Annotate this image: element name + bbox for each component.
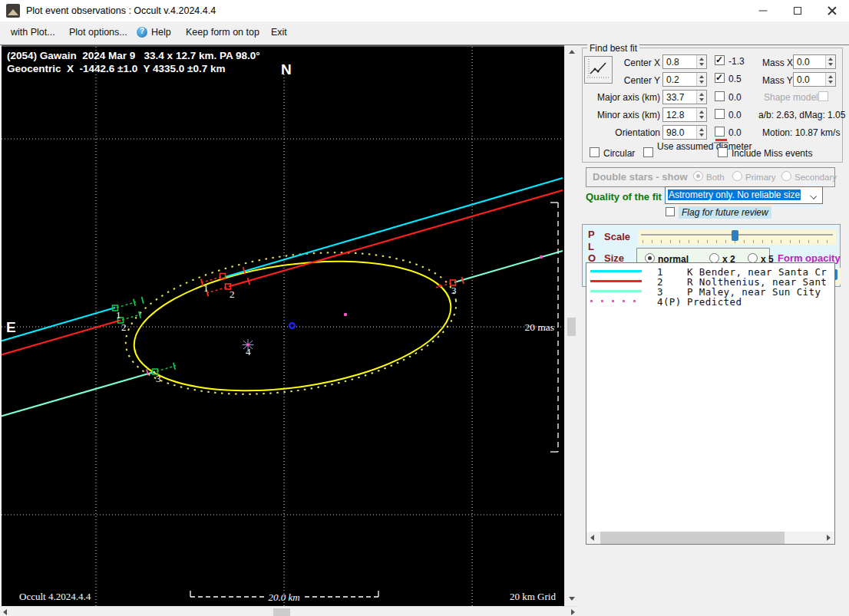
major-axis-label: Major axis (km) xyxy=(595,92,660,103)
minor-axis-label: Minor axis (km) xyxy=(595,110,660,120)
observer-list-scrollbar[interactable] xyxy=(586,532,834,544)
include-miss-checkbox[interactable] xyxy=(718,147,728,157)
use-assumed-label: Use assumed diameter xyxy=(657,142,706,152)
find-best-fit-label: Find best fit xyxy=(587,43,639,54)
shape-model-label: Shape model xyxy=(764,92,818,103)
list-item[interactable]: 2 R Nolthenius, near Sant xyxy=(586,276,834,286)
orientation-err-checkbox[interactable] xyxy=(715,127,725,137)
observer-name: Predicted xyxy=(687,296,742,308)
include-miss-label: Include Miss events xyxy=(732,148,812,159)
legend-scroll-thumb[interactable] xyxy=(600,532,785,544)
close-icon xyxy=(828,6,837,15)
ab-dmag-label: a/b: 2.63, dMag: 1.05 xyxy=(758,110,845,120)
both-radio xyxy=(693,171,703,181)
quality-combobox[interactable]: Astrometry only. No reliable size xyxy=(665,186,823,204)
menu-plot-options[interactable]: Plot options... xyxy=(69,27,127,38)
hscroll-thumb[interactable] xyxy=(273,608,290,616)
center-y-value: 0.2 xyxy=(666,74,679,85)
list-item[interactable]: 4(P) Predicted xyxy=(586,296,834,306)
east-label: E xyxy=(6,319,16,335)
major-err-label: 0.0 xyxy=(728,92,742,103)
quality-value: Astrometry only. No reliable size xyxy=(668,189,801,200)
mass-y-input[interactable]: 0.0 xyxy=(793,72,836,87)
spinner-arrows-icon[interactable] xyxy=(696,91,706,104)
plot-horizontal-scrollbar[interactable] xyxy=(0,606,578,616)
center-x-value: 0.8 xyxy=(666,57,679,68)
scroll-left-icon[interactable] xyxy=(3,609,7,615)
km-scale-label: 20.0 km xyxy=(268,591,299,603)
primary-label: Primary xyxy=(745,173,776,182)
mass-y-label: Mass Y xyxy=(762,75,793,86)
scroll-left-icon[interactable] xyxy=(590,535,594,541)
list-item[interactable]: 3 P Maley, near Sun City xyxy=(586,286,834,296)
circular-checkbox[interactable] xyxy=(590,147,600,157)
scroll-down-icon[interactable] xyxy=(569,597,575,601)
scale-slider-thumb[interactable] xyxy=(732,230,738,241)
observer-list[interactable]: 1 K Bender, near Santa Cr 2 R Nolthenius… xyxy=(586,262,835,545)
center-x-err-label: -1.3 xyxy=(728,56,745,67)
spinner-arrows-icon[interactable] xyxy=(696,126,706,139)
chord3-red-dot xyxy=(438,285,441,288)
quality-label: Quality of the fit xyxy=(586,191,662,203)
motion-label: Motion: 10.87 km/s xyxy=(762,127,840,138)
menu-exit[interactable]: Exit xyxy=(271,27,287,38)
minimize-button[interactable] xyxy=(745,0,780,21)
both-label: Both xyxy=(706,173,725,182)
chord3-d-label: 3 xyxy=(451,285,457,296)
orientation-value: 98.0 xyxy=(666,127,684,138)
use-assumed-checkbox[interactable] xyxy=(643,147,653,157)
minor-err-checkbox[interactable] xyxy=(715,109,725,119)
chord1-d-label: 1 xyxy=(203,282,209,294)
center-y-err-checkbox[interactable] xyxy=(715,73,725,83)
app-icon xyxy=(6,4,20,18)
scroll-right-icon[interactable] xyxy=(827,535,831,541)
center-y-label: Center Y xyxy=(606,75,660,86)
spinner-arrows-icon[interactable] xyxy=(696,108,706,121)
chord2-d-label: 2 xyxy=(230,288,235,300)
scroll-up-icon[interactable] xyxy=(569,50,575,54)
center-x-label: Center X xyxy=(606,58,660,68)
menu-help[interactable]: Help xyxy=(151,27,171,38)
mass-y-value: 0.0 xyxy=(797,74,810,85)
spinner-arrows-icon[interactable] xyxy=(825,73,835,86)
center-x-err-checkbox[interactable] xyxy=(715,55,725,65)
major-err-checkbox[interactable] xyxy=(715,91,725,101)
menu-with-plot[interactable]: with Plot... xyxy=(11,27,55,38)
flag-review-checkbox[interactable] xyxy=(666,207,675,216)
scale-label: Scale xyxy=(604,231,630,242)
chord3-r-label: 3 xyxy=(156,373,161,384)
major-axis-input[interactable]: 33.7 xyxy=(662,90,707,104)
spinner-arrows-icon[interactable] xyxy=(825,55,835,68)
center-y-input[interactable]: 0.2 xyxy=(662,72,707,87)
major-axis-value: 33.7 xyxy=(666,92,684,103)
list-item[interactable]: 1 K Bender, near Santa Cr xyxy=(586,266,834,276)
chord2-color-swatch xyxy=(590,280,642,282)
help-icon[interactable] xyxy=(137,27,147,38)
scroll-right-icon[interactable] xyxy=(571,609,575,615)
minor-err-label: 0.0 xyxy=(728,110,742,120)
minor-axis-input[interactable]: 12.8 xyxy=(662,107,707,122)
occultation-plot[interactable]: 1 2 3 1 2 3 4 20 mas 20.0 xyxy=(2,45,564,606)
chevron-down-icon[interactable] xyxy=(810,193,817,199)
maximize-button[interactable] xyxy=(780,0,814,21)
scale-slider[interactable] xyxy=(638,229,836,245)
chord2-r-label: 2 xyxy=(121,321,127,333)
app-window: Plot event observations : Occult v.4.202… xyxy=(0,0,849,616)
spinner-arrows-icon[interactable] xyxy=(696,73,706,86)
plot-version-label: Occult 4.2024.4.4 xyxy=(19,591,91,602)
spinner-arrows-icon[interactable] xyxy=(696,55,706,68)
primary-radio xyxy=(732,171,742,181)
menu-bar: with Plot... Plot options... Help Keep f… xyxy=(0,21,849,44)
close-button[interactable] xyxy=(814,0,849,21)
menu-keep-form-on-top[interactable]: Keep form on top xyxy=(186,27,259,38)
secondary-radio xyxy=(781,171,791,181)
orientation-input[interactable]: 98.0 xyxy=(662,125,707,140)
mass-x-input[interactable]: 0.0 xyxy=(793,54,836,69)
chord3-color-swatch xyxy=(590,290,642,292)
mass-x-value: 0.0 xyxy=(797,57,810,68)
mas-scale-label: 20 mas xyxy=(524,321,554,333)
predicted-dotted-swatch xyxy=(590,300,642,302)
center-x-input[interactable]: 0.8 xyxy=(662,54,707,69)
vscroll-thumb[interactable] xyxy=(567,318,576,336)
plot-vertical-scrollbar[interactable] xyxy=(564,45,577,606)
